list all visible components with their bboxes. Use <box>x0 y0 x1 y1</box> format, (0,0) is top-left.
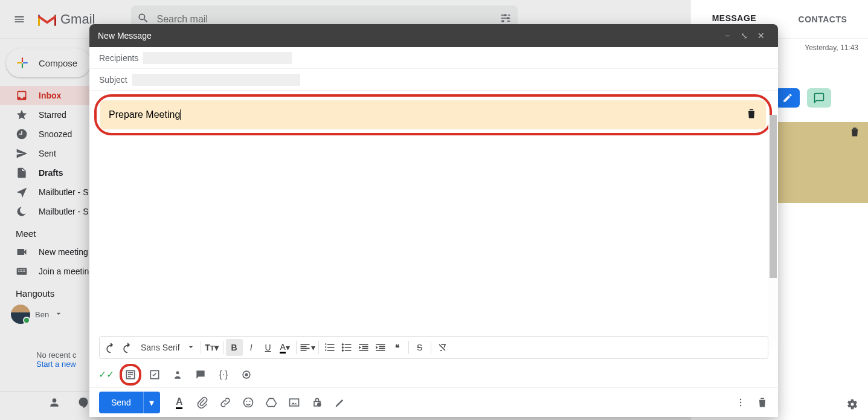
recipients-input[interactable] <box>143 52 292 64</box>
video-icon <box>16 246 28 258</box>
subject-input[interactable] <box>132 74 300 86</box>
star-icon <box>16 109 28 121</box>
pen-icon[interactable] <box>334 396 346 409</box>
notes-icon[interactable] <box>124 369 137 381</box>
undo-icon[interactable] <box>102 339 119 356</box>
notes-highlight <box>120 364 141 386</box>
task-input[interactable]: Prepare Meeting <box>109 109 181 120</box>
svg-rect-22 <box>289 399 298 406</box>
clear-format-icon[interactable] <box>434 339 451 356</box>
inbox-icon <box>16 89 28 102</box>
menu-icon[interactable] <box>5 5 34 34</box>
svg-point-21 <box>249 401 250 402</box>
quote-icon[interactable]: ❝ <box>389 339 406 356</box>
svg-point-3 <box>507 17 509 19</box>
search-input[interactable] <box>156 14 500 25</box>
send-row: Send ▾ A <box>89 388 778 417</box>
compose-button[interactable]: Compose <box>6 48 91 77</box>
svg-point-16 <box>176 371 179 374</box>
text-color-icon[interactable]: A▾ <box>277 339 294 356</box>
svg-point-26 <box>740 402 742 404</box>
gmail-logo[interactable]: Gmail <box>36 11 95 28</box>
contact-icon[interactable] <box>172 369 184 381</box>
compose-window: New Message − ⤡ ✕ Recipients Subject Pre… <box>89 24 778 417</box>
svg-point-13 <box>341 343 343 345</box>
font-select[interactable]: Sans Serif <box>136 342 198 354</box>
svg-point-1 <box>504 14 506 16</box>
bullet-list-icon[interactable] <box>338 339 355 356</box>
drive-icon[interactable] <box>265 396 277 409</box>
discard-icon[interactable] <box>756 396 768 409</box>
scrollbar-thumb[interactable] <box>770 115 777 278</box>
recipients-label: Recipients <box>99 53 138 63</box>
compose-header[interactable]: New Message − ⤡ ✕ <box>89 24 778 47</box>
outdent-icon[interactable] <box>355 339 372 356</box>
underline-icon[interactable]: U <box>260 339 277 356</box>
svg-point-25 <box>740 399 742 401</box>
edit-button[interactable] <box>776 88 800 108</box>
person-icon[interactable] <box>48 396 60 411</box>
compose-title: New Message <box>98 31 152 40</box>
shrink-icon[interactable]: ⤡ <box>736 31 753 40</box>
tab-contacts[interactable]: CONTACTS <box>799 1 847 37</box>
more-icon[interactable] <box>735 396 747 409</box>
numbered-list-icon[interactable] <box>321 339 338 356</box>
chat-button[interactable] <box>807 88 831 108</box>
compose-label: Compose <box>39 58 77 68</box>
chevron-down-icon <box>186 342 196 354</box>
attach-icon[interactable] <box>196 396 208 409</box>
svg-point-17 <box>245 373 248 376</box>
subject-label: Subject <box>99 75 127 85</box>
moon-icon <box>16 205 28 218</box>
send-icon <box>16 147 28 160</box>
image-icon[interactable] <box>288 396 300 409</box>
strike-icon[interactable]: S <box>411 339 428 356</box>
confidential-icon[interactable] <box>311 396 323 409</box>
subject-row[interactable]: Subject <box>89 69 778 91</box>
svg-point-20 <box>246 401 247 402</box>
redo-icon[interactable] <box>119 339 136 356</box>
tracking-check-icon[interactable]: ✓✓ <box>100 369 112 381</box>
task-highlight: Prepare Meeting <box>94 94 772 135</box>
format-toolbar: Sans Serif TT▾ B I U A▾ ▾ ❝ S <box>99 336 768 359</box>
snippet-icon[interactable]: {·} <box>217 369 230 381</box>
tasks-icon[interactable] <box>149 369 161 381</box>
logo-text: Gmail <box>60 11 95 27</box>
right-settings-icon[interactable] <box>846 398 858 413</box>
svg-point-14 <box>341 346 343 348</box>
svg-point-27 <box>740 405 742 407</box>
font-size-icon[interactable]: TT▾ <box>204 339 220 356</box>
send-button[interactable]: Send <box>99 392 143 413</box>
mailbutler-row: ✓✓ {·} <box>89 361 778 388</box>
keyboard-icon <box>16 265 28 277</box>
link-icon[interactable] <box>219 396 231 409</box>
task-delete-icon[interactable] <box>745 108 757 122</box>
svg-point-2 <box>503 20 504 22</box>
close-icon[interactable]: ✕ <box>753 31 770 40</box>
presence-dot <box>23 317 30 324</box>
dropdown-icon[interactable] <box>54 309 63 320</box>
hangouts-icon[interactable] <box>77 396 89 411</box>
message-template-icon[interactable] <box>194 369 207 381</box>
indent-icon[interactable] <box>372 339 389 356</box>
send-more-icon[interactable]: ▾ <box>143 392 160 413</box>
svg-point-24 <box>317 402 321 407</box>
bold-icon[interactable]: B <box>226 339 243 356</box>
location-icon[interactable] <box>240 369 252 381</box>
note-delete-icon[interactable] <box>849 126 861 140</box>
svg-point-19 <box>243 398 252 407</box>
compose-body[interactable] <box>89 139 778 336</box>
schedule-icon <box>16 186 28 198</box>
clock-icon <box>16 128 28 140</box>
recipients-row[interactable]: Recipients <box>89 47 778 69</box>
minimize-icon[interactable]: − <box>719 31 736 40</box>
italic-icon[interactable]: I <box>243 339 260 356</box>
file-icon <box>16 167 28 179</box>
emoji-icon[interactable] <box>242 396 254 409</box>
task-row[interactable]: Prepare Meeting <box>100 100 766 129</box>
align-icon[interactable]: ▾ <box>299 339 316 356</box>
svg-point-15 <box>341 349 343 351</box>
formatting-icon[interactable]: A <box>173 396 185 409</box>
